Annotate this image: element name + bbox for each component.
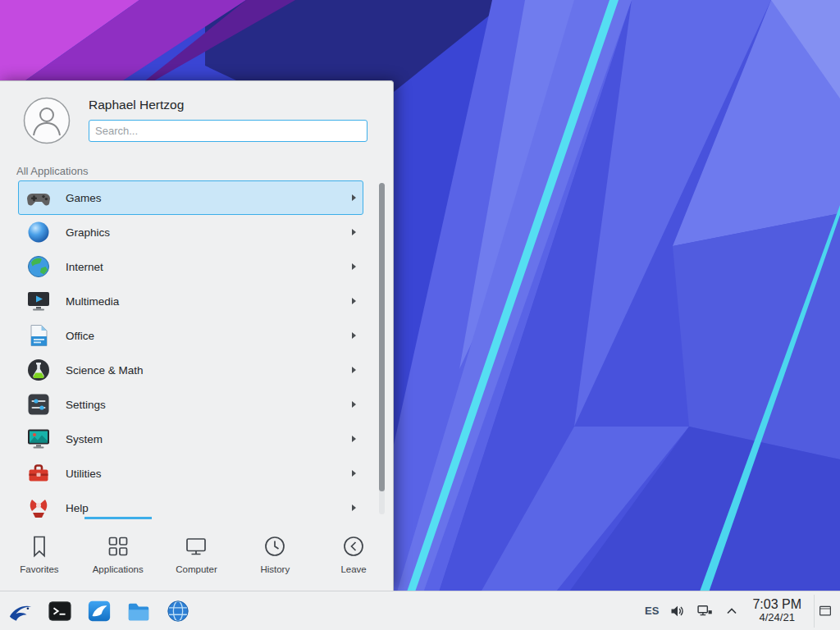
- category-label: Science & Math: [66, 364, 144, 377]
- submenu-arrow-icon: [352, 436, 356, 442]
- submenu-arrow-icon: [352, 504, 356, 511]
- submenu-arrow-icon: [352, 332, 356, 339]
- submenu-arrow-icon: [352, 401, 356, 408]
- category-settings[interactable]: Settings: [18, 387, 363, 422]
- application-launcher: Raphael Hertzog All Applications Games: [0, 80, 394, 591]
- taskbar-launchers: [0, 597, 192, 625]
- settings-sliders-icon: [25, 391, 52, 418]
- section-label: All Applications: [16, 165, 88, 177]
- folder-icon: [126, 599, 151, 623]
- submenu-arrow-icon: [352, 298, 356, 304]
- category-label: System: [66, 433, 103, 445]
- scrollbar-thumb[interactable]: [379, 183, 385, 491]
- category-label: Office: [66, 330, 94, 342]
- user-avatar-icon: [23, 97, 71, 144]
- category-internet[interactable]: Internet: [18, 249, 363, 284]
- gamepad-icon: [25, 185, 52, 211]
- leave-back-icon: [341, 534, 366, 559]
- keyboard-layout-indicator[interactable]: ES: [645, 605, 659, 617]
- category-list: Games Graphics: [0, 180, 393, 518]
- terminal-icon: [48, 599, 72, 623]
- dolphin-icon: [87, 599, 112, 623]
- submenu-arrow-icon: [352, 194, 356, 201]
- web-browser-launcher[interactable]: [164, 597, 192, 625]
- category-graphics[interactable]: Graphics: [18, 215, 363, 249]
- file-manager-launcher[interactable]: [125, 597, 153, 625]
- clock-icon: [262, 534, 287, 559]
- show-desktop-button[interactable]: [814, 595, 835, 628]
- expand-tray-icon[interactable]: [724, 603, 740, 619]
- category-label: Graphics: [66, 226, 110, 239]
- browser-globe-icon: [166, 599, 190, 623]
- globe-icon: [25, 253, 52, 280]
- submenu-arrow-icon: [352, 229, 356, 235]
- show-desktop-icon: [818, 604, 833, 619]
- tab-favorites[interactable]: Favorites: [0, 517, 79, 591]
- system-tray: ES 7:03 PM 4/24/21: [645, 595, 840, 628]
- category-science-math[interactable]: Science & Math: [18, 353, 363, 387]
- grid-icon: [106, 534, 130, 559]
- application-launcher-button[interactable]: [7, 597, 34, 625]
- tab-label: Computer: [176, 564, 217, 574]
- category-label: Help: [66, 502, 89, 514]
- tab-history[interactable]: History: [235, 517, 314, 591]
- bookmark-icon: [27, 534, 52, 559]
- multimedia-monitor-icon: [25, 288, 52, 314]
- dolphin-launcher[interactable]: [85, 597, 113, 625]
- flask-icon: [25, 357, 52, 383]
- category-office[interactable]: Office: [18, 318, 363, 353]
- submenu-arrow-icon: [352, 263, 356, 270]
- tab-label: Applications: [93, 564, 144, 574]
- network-icon[interactable]: [696, 603, 713, 619]
- tab-label: Favorites: [20, 564, 58, 574]
- search-input[interactable]: [89, 120, 368, 142]
- system-monitor-icon: [25, 426, 52, 452]
- desktop: Raphael Hertzog All Applications Games: [0, 0, 840, 630]
- launcher-header: Raphael Hertzog: [0, 81, 393, 163]
- user-name: Raphael Hertzog: [89, 98, 184, 112]
- submenu-arrow-icon: [352, 367, 356, 373]
- launcher-tab-bar: Favorites Applications: [0, 517, 393, 591]
- category-label: Internet: [66, 261, 103, 273]
- category-utilities[interactable]: Utilities: [18, 456, 363, 491]
- category-multimedia[interactable]: Multimedia: [18, 284, 363, 318]
- monitor-icon: [184, 534, 208, 559]
- clock-date: 4/24/21: [752, 612, 801, 624]
- category-label: Utilities: [66, 468, 102, 480]
- category-system[interactable]: System: [18, 422, 363, 456]
- konsole-launcher[interactable]: [46, 597, 74, 625]
- clock-time: 7:03 PM: [752, 597, 801, 612]
- tab-label: Leave: [340, 564, 366, 574]
- category-games[interactable]: Games: [18, 180, 363, 215]
- graphics-orb-icon: [25, 219, 52, 245]
- taskbar: ES 7:03 PM 4/24/21: [0, 591, 840, 630]
- tab-leave[interactable]: Leave: [314, 517, 393, 591]
- tab-label: History: [260, 564, 290, 574]
- scrollbar-track[interactable]: [379, 183, 385, 514]
- document-icon: [25, 322, 52, 349]
- category-label: Multimedia: [66, 295, 119, 308]
- kali-menu-icon: [8, 599, 33, 623]
- submenu-arrow-icon: [352, 470, 356, 477]
- category-help[interactable]: Help: [18, 491, 363, 518]
- category-label: Settings: [66, 399, 106, 411]
- category-label: Games: [66, 192, 102, 204]
- tab-computer[interactable]: Computer: [158, 517, 236, 591]
- help-lifebuoy-icon: [25, 495, 52, 518]
- volume-icon[interactable]: [669, 603, 686, 619]
- digital-clock[interactable]: 7:03 PM 4/24/21: [751, 597, 803, 623]
- tab-applications[interactable]: Applications: [79, 517, 158, 591]
- user-avatar[interactable]: [23, 97, 71, 144]
- toolbox-icon: [25, 460, 52, 486]
